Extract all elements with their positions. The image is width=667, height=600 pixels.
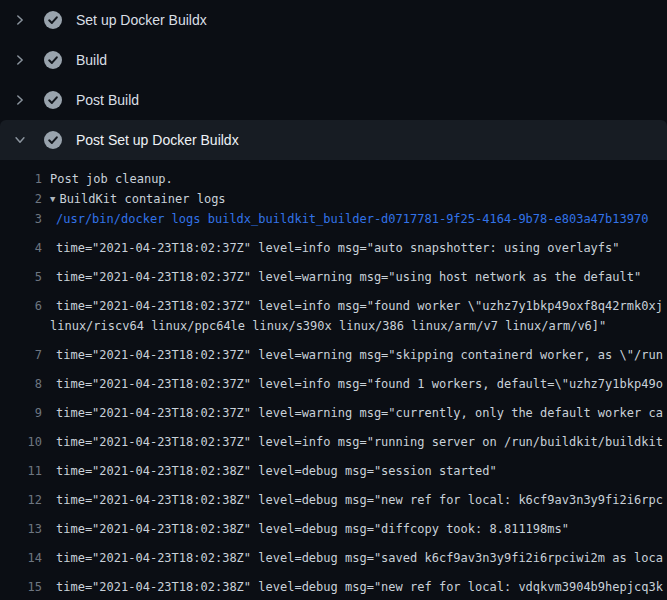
log-line: 8time="2021-04-23T18:02:37Z" level=info … (0, 365, 667, 394)
log-text: time="2021-04-23T18:02:38Z" level=debug … (42, 490, 663, 510)
log-line-number[interactable]: 3 (0, 209, 42, 229)
steps-list: Set up Docker Buildx Build Post Build Po… (0, 0, 667, 160)
log-line-number[interactable]: 10 (0, 432, 42, 452)
check-success-icon (44, 11, 62, 29)
log-text: time="2021-04-23T18:02:37Z" level=warnin… (42, 345, 663, 365)
log-text: time="2021-04-23T18:02:37Z" level=info m… (42, 432, 663, 452)
check-success-icon (44, 91, 62, 109)
log-line: 15time="2021-04-23T18:02:38Z" level=debu… (0, 568, 667, 597)
step-header-post-set-up-docker-buildx[interactable]: Post Set up Docker Buildx (0, 120, 667, 160)
log-line: linux/riscv64 linux/ppc64le linux/s390x … (0, 316, 667, 336)
log-line-number[interactable]: 11 (0, 461, 42, 481)
check-success-icon (44, 131, 62, 149)
log-line-number[interactable]: 7 (0, 345, 42, 365)
log-line: 10time="2021-04-23T18:02:37Z" level=info… (0, 423, 667, 452)
log-line: 14time="2021-04-23T18:02:38Z" level=debu… (0, 539, 667, 568)
log-text: time="2021-04-23T18:02:37Z" level=info m… (42, 238, 620, 258)
log-line-number[interactable]: 8 (0, 374, 42, 394)
log-line: 4time="2021-04-23T18:02:37Z" level=info … (0, 229, 667, 258)
log-line: 3/usr/bin/docker logs buildx_buildkit_bu… (0, 209, 667, 229)
log-text: time="2021-04-23T18:02:37Z" level=info m… (42, 296, 663, 316)
log-line: 2▼BuildKit container logs (0, 189, 667, 209)
chevron-right-icon[interactable] (12, 52, 28, 68)
log-text: time="2021-04-23T18:02:38Z" level=debug … (42, 548, 663, 568)
step-title: Post Build (76, 92, 139, 108)
log-text: BuildKit container logs (55, 189, 225, 209)
log-line-number[interactable]: 1 (0, 169, 42, 189)
log-line-number[interactable]: 6 (0, 296, 42, 316)
log-line: 13time="2021-04-23T18:02:38Z" level=debu… (0, 510, 667, 539)
log-line: 11time="2021-04-23T18:02:38Z" level=debu… (0, 452, 667, 481)
log-line-number[interactable]: 12 (0, 490, 42, 510)
log-text: Post job cleanup. (42, 169, 173, 189)
step-header-set-up-docker-buildx[interactable]: Set up Docker Buildx (0, 0, 667, 40)
chevron-down-icon[interactable] (12, 132, 28, 148)
step-title: Set up Docker Buildx (76, 12, 207, 28)
log-text: time="2021-04-23T18:02:38Z" level=debug … (42, 461, 497, 481)
log-text: time="2021-04-23T18:02:37Z" level=info m… (42, 374, 663, 394)
log-line-number[interactable]: 13 (0, 519, 42, 539)
log-line-number[interactable]: 2 (0, 189, 42, 209)
log-line: 6time="2021-04-23T18:02:37Z" level=info … (0, 287, 667, 316)
log-command-text: /usr/bin/docker logs buildx_buildkit_bui… (42, 209, 648, 229)
log-area: 1Post job cleanup.2▼BuildKit container l… (0, 160, 667, 600)
group-expanded-marker-icon[interactable]: ▼ (42, 189, 55, 209)
log-line: 1Post job cleanup. (0, 169, 667, 189)
log-line-number[interactable]: 14 (0, 548, 42, 568)
log-text: time="2021-04-23T18:02:37Z" level=warnin… (42, 267, 641, 287)
log-text: time="2021-04-23T18:02:38Z" level=debug … (42, 577, 663, 597)
log-line: 9time="2021-04-23T18:02:37Z" level=warni… (0, 394, 667, 423)
step-title: Post Set up Docker Buildx (76, 132, 239, 148)
chevron-right-icon[interactable] (12, 92, 28, 108)
log-line-number[interactable]: 5 (0, 267, 42, 287)
step-header-build[interactable]: Build (0, 40, 667, 80)
log-text: time="2021-04-23T18:02:37Z" level=warnin… (42, 403, 663, 423)
log-line-number[interactable]: 4 (0, 238, 42, 258)
log-line: 7time="2021-04-23T18:02:37Z" level=warni… (0, 336, 667, 365)
step-header-post-build[interactable]: Post Build (0, 80, 667, 120)
log-text: time="2021-04-23T18:02:38Z" level=debug … (42, 519, 569, 539)
log-line-number[interactable]: 9 (0, 403, 42, 423)
log-line-number[interactable]: 15 (0, 577, 42, 597)
log-line-number (0, 316, 42, 336)
check-success-icon (44, 51, 62, 69)
log-line: 5time="2021-04-23T18:02:37Z" level=warni… (0, 258, 667, 287)
step-title: Build (76, 52, 107, 68)
log-line: 12time="2021-04-23T18:02:38Z" level=debu… (0, 481, 667, 510)
log-text: linux/riscv64 linux/ppc64le linux/s390x … (42, 316, 606, 336)
chevron-right-icon[interactable] (12, 12, 28, 28)
